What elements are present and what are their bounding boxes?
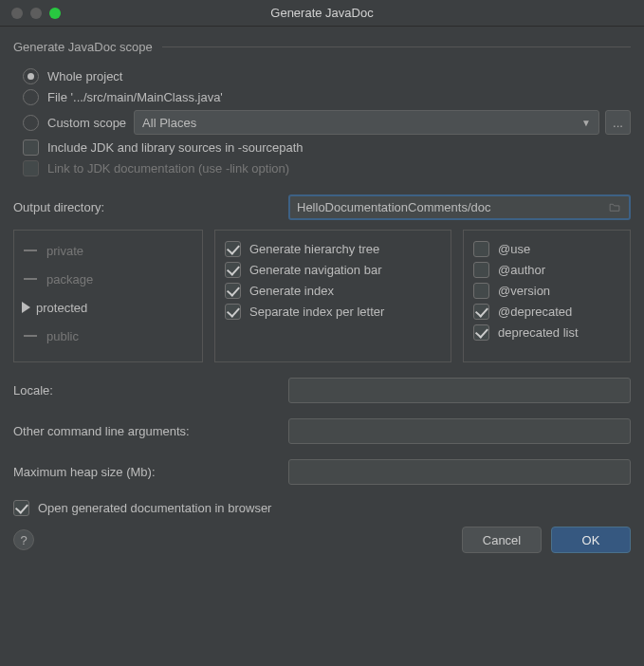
checkbox-deprecated-list[interactable]: deprecated list — [473, 324, 620, 341]
tick-icon — [24, 250, 37, 251]
checkbox-include-jdk[interactable]: Include JDK and library sources in -sour… — [23, 139, 631, 156]
checkbox-icon — [13, 500, 29, 516]
checkbox-label: Open generated documentation in browser — [38, 501, 271, 515]
checkbox-label: Include JDK and library sources in -sour… — [47, 140, 304, 155]
minimize-window-icon[interactable] — [30, 8, 42, 19]
radio-custom-scope[interactable]: Custom scope All Places ▼ ... — [23, 110, 631, 135]
visibility-protected[interactable]: protected — [24, 293, 193, 322]
checkbox-deprecated[interactable]: @deprecated — [473, 304, 620, 320]
radio-label: Whole project — [47, 69, 122, 83]
maximize-window-icon[interactable] — [49, 8, 61, 19]
checkbox-label: @deprecated — [498, 305, 572, 319]
radio-label: Custom scope — [47, 116, 126, 130]
titlebar: Generate JavaDoc — [0, 0, 644, 27]
checkbox-label: Generate hierarchy tree — [249, 242, 379, 256]
other-args-label: Other command line arguments: — [13, 424, 288, 438]
tag-options-panel: @use @author @version @deprecated deprec… — [463, 230, 631, 362]
other-args-field[interactable] — [288, 418, 631, 444]
checkbox-author[interactable]: @author — [473, 262, 620, 278]
ellipsis-icon: ... — [613, 116, 623, 130]
checkbox-navbar[interactable]: Generate navigation bar — [225, 262, 441, 278]
checkbox-version[interactable]: @version — [473, 283, 620, 299]
checkbox-icon — [473, 304, 489, 320]
checkbox-label: @use — [498, 242, 530, 256]
button-label: OK — [582, 533, 600, 547]
options-columns: private package protected public Generat… — [13, 230, 631, 362]
checkbox-icon — [473, 241, 489, 257]
checkbox-icon — [225, 283, 241, 299]
output-directory-field[interactable]: HelloDocumentationComments/doc — [288, 194, 631, 220]
scope-legend: Generate JavaDoc scope — [13, 40, 162, 54]
checkbox-label: Link to JDK documentation (use -link opt… — [47, 161, 289, 176]
checkbox-separate-index[interactable]: Separate index per letter — [225, 304, 441, 320]
locale-label: Locale: — [13, 383, 288, 398]
checkbox-icon — [225, 304, 241, 320]
visibility-private[interactable]: private — [24, 236, 193, 265]
generate-options-panel: Generate hierarchy tree Generate navigat… — [214, 230, 451, 362]
radio-whole-project[interactable]: Whole project — [23, 68, 631, 84]
output-directory-value: HelloDocumentationComments/doc — [297, 200, 490, 214]
visibility-public[interactable]: public — [24, 322, 193, 350]
checkbox-label: deprecated list — [498, 325, 579, 340]
chevron-down-icon: ▼ — [581, 118, 591, 128]
button-label: Cancel — [483, 533, 521, 547]
visibility-package[interactable]: package — [24, 265, 193, 293]
heap-field[interactable] — [288, 459, 631, 485]
other-args-row: Other command line arguments: — [13, 418, 631, 444]
output-directory-label: Output directory: — [13, 200, 288, 214]
radio-file[interactable]: File '.../src/main/MainClass.java' — [23, 89, 631, 105]
locale-field[interactable] — [288, 378, 631, 403]
checkbox-icon — [473, 283, 489, 299]
checkbox-label: @version — [498, 284, 550, 298]
arrow-right-icon — [22, 302, 30, 313]
help-button[interactable]: ? — [13, 529, 34, 550]
tick-icon — [24, 278, 37, 280]
custom-scope-select[interactable]: All Places ▼ — [134, 110, 599, 135]
checkbox-icon — [23, 160, 39, 176]
cancel-button[interactable]: Cancel — [462, 527, 542, 553]
heap-row: Maximum heap size (Mb): — [13, 459, 631, 485]
checkbox-open-browser[interactable]: Open generated documentation in browser — [13, 500, 631, 516]
dialog-title: Generate JavaDoc — [0, 6, 644, 20]
visibility-label: private — [46, 244, 83, 258]
visibility-label: package — [46, 272, 93, 287]
window-controls — [0, 8, 61, 19]
browse-scope-button[interactable]: ... — [605, 110, 631, 135]
checkbox-icon — [473, 262, 489, 278]
radio-label: File '.../src/main/MainClass.java' — [47, 90, 223, 104]
radio-icon — [23, 68, 39, 84]
ok-button[interactable]: OK — [551, 527, 631, 553]
checkbox-hierarchy[interactable]: Generate hierarchy tree — [225, 241, 441, 257]
checkbox-index[interactable]: Generate index — [225, 283, 441, 299]
select-value: All Places — [142, 116, 196, 130]
checkbox-label: Generate navigation bar — [249, 263, 381, 277]
dialog-footer: ? Cancel OK — [0, 527, 644, 566]
output-directory-row: Output directory: HelloDocumentationComm… — [13, 194, 631, 220]
scope-group: Generate JavaDoc scope Whole project Fil… — [13, 40, 631, 185]
radio-icon — [23, 115, 39, 131]
visibility-label: public — [46, 329, 79, 343]
checkbox-icon — [23, 139, 39, 156]
checkbox-label: Generate index — [249, 284, 334, 298]
checkbox-label: @author — [498, 263, 545, 277]
checkbox-icon — [225, 262, 241, 278]
visibility-panel[interactable]: private package protected public — [13, 230, 203, 362]
radio-icon — [23, 89, 39, 105]
tick-icon — [24, 335, 37, 337]
heap-label: Maximum heap size (Mb): — [13, 465, 288, 479]
close-window-icon[interactable] — [11, 8, 23, 19]
visibility-label: protected — [36, 301, 87, 315]
checkbox-use[interactable]: @use — [473, 241, 620, 257]
checkbox-icon — [225, 241, 241, 257]
locale-row: Locale: — [13, 378, 631, 403]
checkbox-icon — [473, 324, 489, 341]
checkbox-link-jdk: Link to JDK documentation (use -link opt… — [23, 160, 631, 176]
help-icon: ? — [20, 533, 27, 547]
folder-icon[interactable] — [607, 201, 622, 213]
checkbox-label: Separate index per letter — [249, 305, 384, 319]
